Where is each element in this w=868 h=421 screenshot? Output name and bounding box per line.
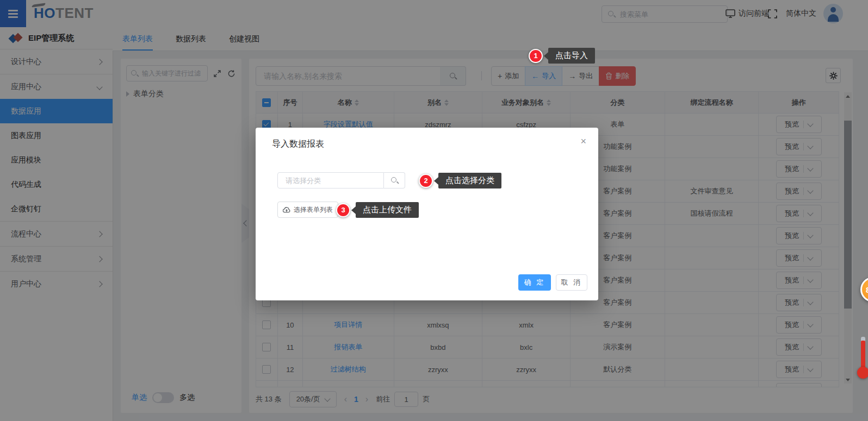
tooltip-text: 点击上传文件 (356, 202, 419, 218)
cancel-button[interactable]: 取 消 (556, 274, 587, 291)
category-select-box[interactable] (277, 172, 384, 188)
category-select-input[interactable] (284, 176, 376, 185)
annotation-step-2: 2 点击选择分类 (419, 173, 501, 188)
app-screen: HOTENT 访问前端 简体中文 EIP管理系统 设计中心应用中心数据应用图表应… (0, 0, 868, 421)
annotation-step-3: 3 点击上传文件 (336, 202, 419, 218)
search-icon (390, 177, 398, 184)
thermometer-widget[interactable] (856, 337, 868, 386)
annotation-step-1: 1 点击导入 (529, 48, 595, 64)
tooltip-arrow-icon (544, 52, 548, 60)
tooltip-text: 点击选择分类 (438, 173, 501, 188)
tooltip-text: 点击导入 (548, 48, 595, 64)
dialog-title: 导入数据报表 (272, 139, 324, 150)
choose-file-button[interactable]: 选择表单列表 (277, 202, 338, 218)
thermometer-stem (861, 341, 865, 369)
step-badge: 2 (419, 174, 433, 188)
cloud-upload-icon (283, 206, 290, 213)
step-badge: 1 (529, 49, 543, 63)
step-badge: 3 (336, 203, 350, 217)
import-dialog: 导入数据报表 × 选择表单列表 确 定 取 消 (256, 128, 598, 300)
tooltip-arrow-icon (351, 206, 356, 214)
category-search-button[interactable] (384, 172, 405, 188)
tooltip-arrow-icon (434, 177, 438, 185)
close-icon[interactable]: × (580, 136, 586, 146)
confirm-button[interactable]: 确 定 (518, 274, 551, 291)
thermometer-bulb (857, 367, 868, 379)
